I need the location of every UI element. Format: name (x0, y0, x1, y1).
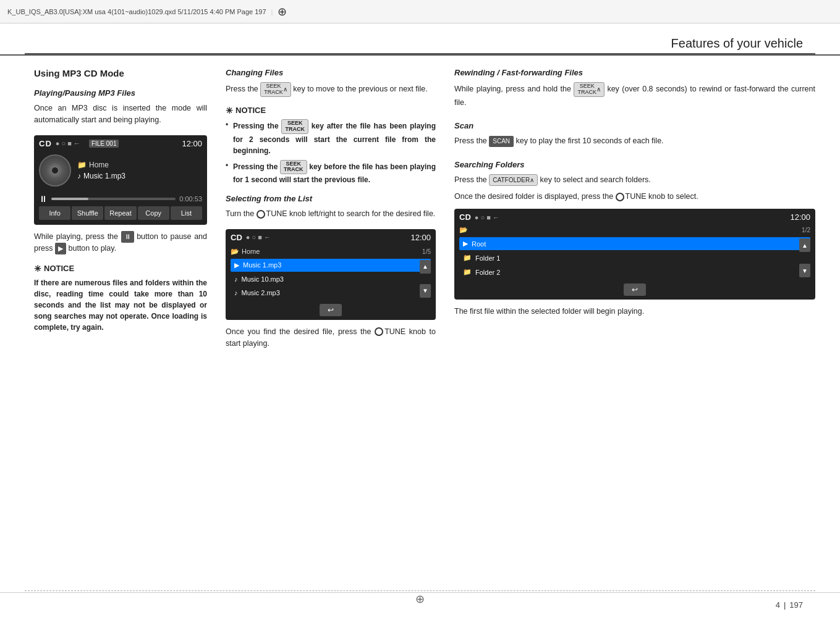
bottom-page-num: 4 (776, 600, 780, 610)
folder-scroll-buttons: ▲ ▼ (799, 237, 810, 279)
bottom-page-total: 197 (789, 600, 803, 610)
list-cd-icons: ● ○ ■ ← (246, 233, 271, 241)
play-icon-root: ▶ (463, 240, 468, 248)
seek-track-btn-1: SEEKTRACK∧ (260, 82, 291, 97)
list-fraction: 1/5 (422, 248, 431, 255)
folder-icon-2: 📁 (463, 268, 472, 276)
folder-cd-icons: ● ○ ■ ← (475, 214, 499, 221)
folder-scroll-up[interactable]: ▲ (799, 238, 810, 252)
folder-item-root[interactable]: ▶ Root (459, 237, 810, 250)
shuffle-button[interactable]: Shuffle (72, 206, 103, 220)
music2-name: Music 2.mp3 (242, 289, 428, 296)
right-column: Rewinding / Fast-forwarding Files While … (454, 68, 815, 586)
notice-title-left: ✳ NOTICE (34, 264, 207, 274)
cd-track-name: ♪ Music 1.mp3 (77, 172, 202, 180)
folder-icon: 📁 (77, 161, 87, 169)
subsection-changing-files: Changing Files (226, 68, 436, 77)
tune-knob-2: TUNE (375, 326, 405, 338)
music1-name: Music 1.mp3 (243, 261, 427, 269)
page-title: Features of your vehicle (671, 36, 803, 51)
playing-body-text: Once an MP3 disc is inserted the mode wi… (34, 103, 207, 127)
copy-button[interactable]: Copy (138, 206, 169, 220)
control-buttons-row: Info Shuffle Repeat Copy List (39, 206, 202, 220)
bottom-dashed-line (25, 590, 815, 591)
list-item-music10[interactable]: ♪ Music 10.mp3 (231, 273, 431, 285)
tune-knob-1: TUNE (257, 208, 287, 220)
list-folder-name: Home (242, 248, 260, 255)
cd-folder-name: 📁 Home (77, 161, 202, 169)
repeat-button[interactable]: Repeat (104, 206, 136, 220)
scroll-up-button[interactable]: ▲ (420, 260, 431, 274)
notice-bullet-2: Pressing the SEEKTRACK key before the fi… (226, 160, 436, 186)
notice-star-mid: ✳ (226, 106, 233, 115)
folder-top-row: 📂 1/2 (459, 224, 810, 236)
play-icon-music1: ▶ (234, 261, 239, 269)
notice-title-mid: ✳ NOTICE (226, 106, 436, 115)
subsection-rewinding: Rewinding / Fast-forwarding Files (454, 68, 815, 77)
rewinding-body: While playing, press and hold the SEEKTR… (454, 82, 815, 109)
cd-player-display: CD ● ○ ■ ← FILE 001 12:00 📁 Home ♪ (34, 135, 207, 225)
list-item-music2[interactable]: ♪ Music 2.mp3 (231, 287, 431, 299)
section-title-mp3: Using MP3 CD Mode (34, 68, 207, 78)
progress-bar-bg (51, 198, 176, 200)
notice-box-left: ✳ NOTICE If there are numerous files and… (34, 264, 207, 333)
select-list-body: Turn the TUNE knob left/right to search … (226, 208, 436, 220)
folder-item-1[interactable]: 📁 Folder 1 (459, 251, 810, 264)
cd-disc-graphic (39, 154, 71, 187)
notice-bullet-1: Pressing the SEEKTRACK key after the fil… (226, 119, 436, 156)
play-pause-text: While playing, press the ⏸ button to pau… (34, 231, 207, 255)
note-icon: ♪ (77, 172, 81, 180)
seek-track-btn-rw: SEEKTRACK∧ (574, 82, 605, 97)
folder-item-2[interactable]: 📁 Folder 2 (459, 266, 810, 279)
note-icon-music2: ♪ (234, 289, 238, 296)
cd-time: 12:00 (182, 139, 202, 148)
play-btn-inline: ▶ (55, 243, 66, 254)
notice-box-mid: ✳ NOTICE Pressing the SEEKTRACK key afte… (226, 106, 436, 186)
list-cd-time: 12:00 (410, 233, 431, 242)
searching-folders-footer: The first file within the selected folde… (454, 306, 815, 317)
top-bar-divider: | (271, 8, 273, 15)
folder2-name: Folder 2 (475, 269, 807, 276)
folder-back-button[interactable]: ↩ (624, 283, 646, 296)
elapsed-time: 0:00:53 (179, 195, 202, 203)
searching-folders-section: Searching Folders Press the CATFOLDER∧ k… (454, 160, 815, 318)
back-btn-wrapper: ↩ (231, 301, 431, 316)
top-bar: K_UB_IQS_AB3.0[USA]:XM usa 4(101~audio)1… (0, 0, 840, 23)
root-name: Root (472, 240, 807, 248)
info-button[interactable]: Info (39, 206, 70, 220)
list-folder-row: 📂 Home 1/5 (231, 246, 431, 258)
notice-bullets-mid: Pressing the SEEKTRACK key after the fil… (226, 119, 436, 186)
folder-fraction: 1/2 (802, 227, 810, 233)
music10-name: Music 10.mp3 (242, 275, 428, 283)
list-button[interactable]: List (171, 206, 202, 220)
folder-scroll-down[interactable]: ▼ (799, 264, 810, 277)
cd-track-info: 📁 Home ♪ Music 1.mp3 (77, 161, 202, 180)
seek-track-btn-2: SEEKTRACK (281, 119, 308, 134)
searching-folders-body1: Press the CATFOLDER∧ key to select and s… (454, 174, 815, 187)
disc-hole (52, 167, 58, 174)
changing-files-body: Press the SEEKTRACK∧ key to move to the … (226, 82, 436, 97)
bottom-crosshair: ⊕ (415, 592, 425, 606)
cd-label: CD (39, 139, 52, 148)
scroll-down-button[interactable]: ▼ (420, 284, 431, 298)
folder-items-container: ▶ Root 📁 Folder 1 📁 Folder 2 ▲ ▼ (459, 237, 810, 279)
back-button[interactable]: ↩ (320, 304, 342, 316)
folder-back-btn-wrapper: ↩ (459, 281, 810, 296)
progress-row: ⏸ 0:00:53 (39, 194, 202, 204)
pause-icon: ⏸ (39, 194, 48, 204)
cat-folder-btn: CATFOLDER∧ (489, 174, 538, 187)
notice-star-left: ✳ (34, 264, 41, 274)
folder-display: CD ● ○ ■ ← 12:00 📂 1/2 ▶ Root (454, 209, 815, 300)
list-item-music1[interactable]: ▶ Music 1.mp3 (231, 259, 431, 272)
bottom-divider: | (784, 600, 786, 610)
list-cd-label: CD (231, 233, 242, 242)
progress-bar-fill (51, 198, 88, 200)
left-column: Using MP3 CD Mode Playing/Pausing MP3 Fi… (34, 68, 207, 586)
folder-cd-label: CD (459, 212, 471, 222)
top-crosshair: ⊕ (278, 5, 287, 19)
top-bar-text: K_UB_IQS_AB3.0[USA]:XM usa 4(101~audio)1… (7, 8, 266, 15)
folder-open-icon: 📂 (459, 226, 468, 234)
folder-icon-1: 📁 (463, 254, 472, 262)
folder1-name: Folder 1 (475, 254, 807, 262)
subsection-searching-folders: Searching Folders (454, 160, 815, 169)
